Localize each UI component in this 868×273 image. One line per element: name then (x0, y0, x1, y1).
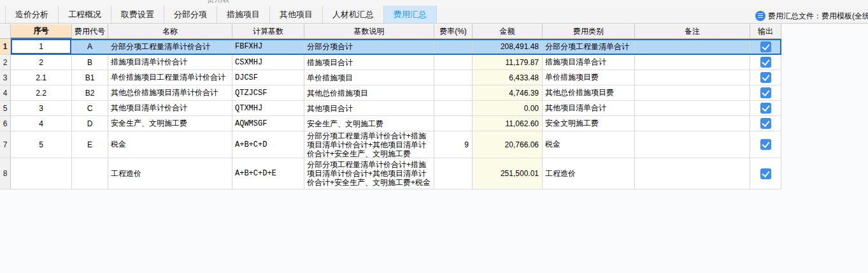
cell-output[interactable] (750, 101, 781, 116)
tab-3[interactable]: 分部分项 (164, 6, 217, 23)
cell-index[interactable]: 2 (11, 55, 72, 70)
cell-category[interactable]: 其他总价措施项目费 (543, 85, 635, 101)
table-row[interactable]: 75E税金A+B+C+D分部分项工程量清单计价合计+措施项目清单计价合计+其他项… (0, 131, 781, 158)
row-number[interactable]: 7 (0, 131, 11, 158)
tab-5[interactable]: 其他项目 (270, 6, 323, 23)
tab-6[interactable]: 人材机汇总 (323, 6, 384, 23)
cell-basis-desc[interactable]: 单价措施项目 (304, 70, 434, 85)
table-row[interactable]: 8工程造价A+B+C+D+E分部分项工程量清单计价合计+措施项目清单计价合计+其… (0, 158, 781, 189)
cell-amount[interactable]: 251,500.01 (473, 158, 543, 189)
col-header-6[interactable]: 金额 (473, 24, 543, 39)
cell-remark[interactable] (635, 70, 750, 85)
row-number[interactable]: 2 (0, 55, 11, 70)
col-header-2[interactable]: 名称 (108, 24, 232, 39)
col-header-1[interactable]: 费用代号 (72, 24, 108, 39)
cell-output[interactable] (750, 116, 781, 131)
cell-basis-desc[interactable]: 分部分项工程量清单计价合计+措施项目清单计价合计+其他项目清单计价合计+安全生产… (304, 158, 434, 189)
cell-category[interactable]: 措施项目清单合计 (543, 55, 635, 70)
output-checkbox[interactable] (760, 87, 771, 98)
output-checkbox[interactable] (760, 103, 771, 114)
cell-index[interactable]: 1 (11, 39, 72, 55)
cell-name[interactable]: 措施项目清单计价合计 (108, 55, 232, 70)
cell-category[interactable]: 其他项目清单合计 (543, 101, 635, 116)
table-row[interactable]: 64D安全生产、文明施工费AQWMSGF安全生产、文明施工费11,062.60安… (0, 116, 781, 131)
cell-rate[interactable] (434, 116, 473, 131)
cell-basis[interactable]: QTZJCSF (232, 85, 304, 101)
cell-output[interactable] (750, 158, 781, 189)
col-header-8[interactable]: 备注 (635, 24, 750, 39)
cell-index[interactable]: 5 (11, 131, 72, 158)
cell-code[interactable]: C (72, 101, 108, 116)
cell-basis[interactable]: DJCSF (232, 70, 304, 85)
cell-category[interactable]: 单价措施项目费 (543, 70, 635, 85)
row-number[interactable]: 8 (0, 158, 11, 189)
col-header-3[interactable]: 计算基数 (232, 24, 304, 39)
cell-amount[interactable]: 20,766.06 (473, 131, 543, 158)
cell-output[interactable] (750, 70, 781, 85)
cell-name[interactable]: 其他项目清单计价合计 (108, 101, 232, 116)
cell-amount[interactable]: 11,062.60 (473, 116, 543, 131)
output-checkbox[interactable] (760, 41, 771, 52)
cell-name[interactable]: 分部分项工程量清单计价合计 (108, 39, 232, 55)
cell-basis[interactable]: QTXMHJ (232, 101, 304, 116)
cell-remark[interactable] (635, 116, 750, 131)
corner-cell[interactable] (0, 24, 11, 39)
table-row[interactable]: 22B措施项目清单计价合计CSXMHJ措施项目合计11,179.87措施项目清单… (0, 55, 781, 70)
cell-code[interactable]: D (72, 116, 108, 131)
cell-category[interactable]: 安全文明施工费 (543, 116, 635, 131)
cell-basis-desc[interactable]: 安全生产、文明施工费 (304, 116, 434, 131)
tab-2[interactable]: 取费设置 (111, 6, 164, 23)
cell-amount[interactable]: 4,746.39 (473, 85, 543, 101)
output-checkbox[interactable] (760, 139, 771, 150)
cell-amount[interactable]: 0.00 (473, 101, 543, 116)
cell-code[interactable]: B2 (72, 85, 108, 101)
table-row[interactable]: 53C其他项目清单计价合计QTXMHJ其他项目合计0.00其他项目清单合计 (0, 101, 781, 116)
cell-index[interactable]: 2.1 (11, 70, 72, 85)
cell-remark[interactable] (635, 131, 750, 158)
cell-output[interactable] (750, 55, 781, 70)
cell-name[interactable]: 其他总价措施项目清单计价合计 (108, 85, 232, 101)
cell-index[interactable] (11, 158, 72, 189)
cell-index[interactable]: 2.2 (11, 85, 72, 101)
cell-remark[interactable] (635, 101, 750, 116)
cell-rate[interactable]: 9 (434, 131, 473, 158)
cell-code[interactable]: E (72, 131, 108, 158)
cell-rate[interactable] (434, 70, 473, 85)
cell-amount[interactable]: 208,491.48 (473, 39, 543, 55)
cell-index[interactable]: 3 (11, 101, 72, 116)
cell-remark[interactable] (635, 158, 750, 189)
row-number[interactable]: 5 (0, 101, 11, 116)
cell-basis[interactable]: CSXMHJ (232, 55, 304, 70)
cell-name[interactable]: 单价措施项目工程量清单计价合计 (108, 70, 232, 85)
cell-basis-desc[interactable]: 其他总价措施项目 (304, 85, 434, 101)
cell-basis[interactable]: AQWMSGF (232, 116, 304, 131)
cell-basis[interactable]: A+B+C+D+E (232, 158, 304, 189)
row-number[interactable]: 6 (0, 116, 11, 131)
cell-output[interactable] (750, 39, 781, 55)
cell-basis-desc[interactable]: 分部分项合计 (304, 39, 434, 55)
cell-code[interactable]: B (72, 55, 108, 70)
tab-4[interactable]: 措施项目 (217, 6, 270, 23)
cell-remark[interactable] (635, 39, 750, 55)
output-checkbox[interactable] (760, 118, 771, 129)
col-header-4[interactable]: 基数说明 (304, 24, 434, 39)
table-row[interactable]: 32.1B1单价措施项目工程量清单计价合计DJCSF单价措施项目6,433.48… (0, 70, 781, 85)
row-number[interactable]: 4 (0, 85, 11, 101)
cell-index[interactable]: 4 (11, 116, 72, 131)
cell-name[interactable]: 工程造价 (108, 158, 232, 189)
cell-basis-desc[interactable]: 其他项目合计 (304, 101, 434, 116)
cell-amount[interactable]: 11,179.87 (473, 55, 543, 70)
row-number[interactable]: 3 (0, 70, 11, 85)
cell-basis[interactable]: A+B+C+D (232, 131, 304, 158)
table-row[interactable]: 11A分部分项工程量清单计价合计FBFXHJ分部分项合计208,491.48分部… (0, 39, 781, 55)
cell-rate[interactable] (434, 85, 473, 101)
tab-7[interactable]: 费用汇总 (384, 6, 437, 23)
cell-remark[interactable] (635, 55, 750, 70)
tab-1[interactable]: 工程概况 (59, 6, 111, 23)
cell-output[interactable] (750, 131, 781, 158)
cell-name[interactable]: 安全生产、文明施工费 (108, 116, 232, 131)
col-header-9[interactable]: 输出 (750, 24, 781, 39)
cell-category[interactable]: 税金 (543, 131, 635, 158)
cell-basis-desc[interactable]: 分部分项工程量清单计价合计+措施项目清单计价合计+其他项目清单计价合计+安全生产… (304, 131, 434, 158)
cell-name[interactable]: 税金 (108, 131, 232, 158)
